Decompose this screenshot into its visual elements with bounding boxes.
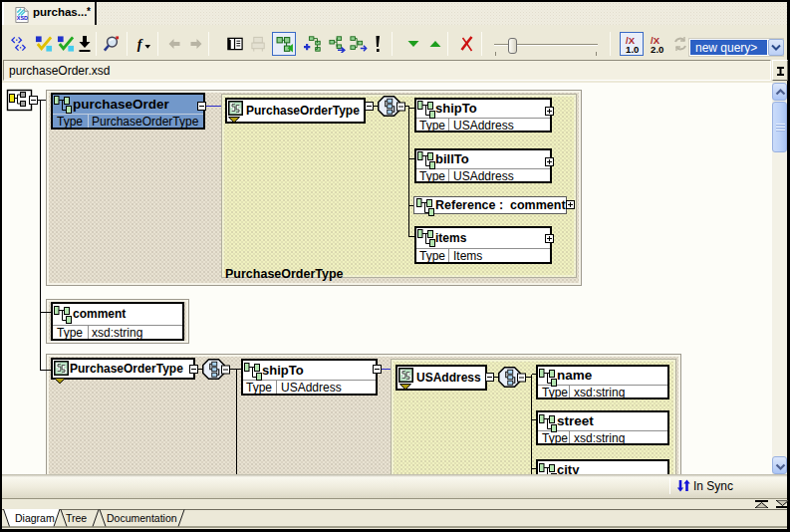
svg-text:2.0: 2.0 [651, 44, 663, 54]
svg-text:XSD: XSD [17, 15, 28, 21]
svg-text:f: f [137, 36, 143, 52]
svg-text:Tree: Tree [66, 512, 87, 524]
svg-text:Diagram: Diagram [15, 512, 55, 524]
svg-text:Documentation: Documentation [107, 512, 177, 524]
svg-text:1.0: 1.0 [626, 44, 639, 54]
